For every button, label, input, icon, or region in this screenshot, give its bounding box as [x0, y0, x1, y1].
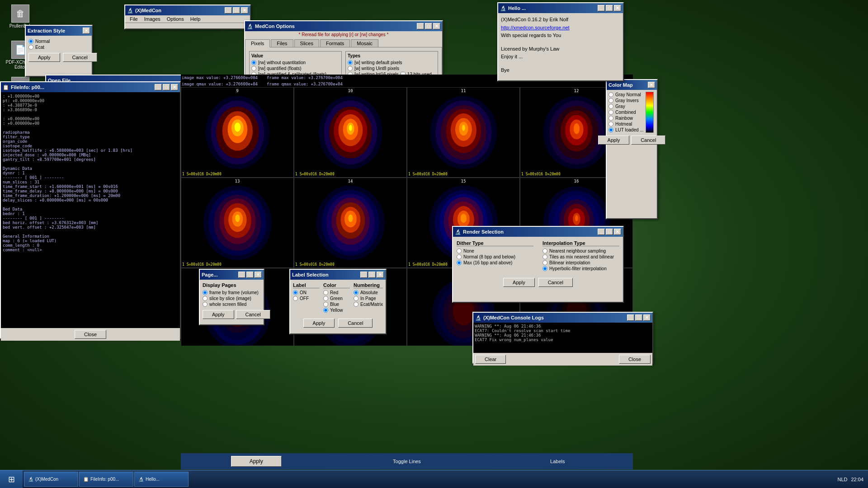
label-off-radio[interactable] — [293, 296, 298, 301]
extraction-cancel-button[interactable]: Cancel — [63, 53, 97, 62]
color-yellow-radio[interactable] — [323, 308, 328, 313]
options-titlebar[interactable]: 🔬 MedCon Options _ □ ✕ — [245, 21, 442, 31]
label-max[interactable]: □ — [368, 272, 376, 278]
color-green-radio[interactable] — [323, 296, 328, 301]
cm-rainbow-radio[interactable] — [609, 116, 613, 121]
extraction-close[interactable]: ✕ — [83, 28, 90, 34]
taskbar-item-1[interactable]: 📋 FileInfo: p00... — [79, 472, 133, 487]
label-cancel-button[interactable]: Cancel — [338, 319, 373, 328]
console-close-button[interactable]: Close — [619, 355, 651, 364]
colormap-apply-button[interactable]: Apply — [598, 136, 630, 145]
page-titlebar[interactable]: Page... _ □ ✕ — [200, 270, 264, 280]
menu-options[interactable]: Options — [164, 16, 187, 22]
cm-lut-radio[interactable] — [609, 127, 613, 132]
color-blue: Blue — [323, 301, 350, 307]
interp-tiles-radio[interactable] — [542, 254, 547, 259]
render-titlebar[interactable]: 🔬 Render Selection _ □ ✕ — [453, 227, 623, 237]
info-min[interactable]: _ — [155, 84, 162, 90]
cm-hotmeal-radio[interactable] — [609, 122, 613, 127]
num-inpage-radio[interactable] — [354, 296, 359, 301]
console-clear-button[interactable]: Clear — [475, 355, 506, 364]
colormap-cancel-button[interactable]: Cancel — [631, 136, 665, 145]
label-apply-button[interactable]: Apply — [303, 319, 335, 328]
types-radio-1[interactable] — [348, 66, 353, 71]
label-titlebar[interactable]: Label Selection _ □ ✕ — [290, 270, 386, 280]
hello-min[interactable]: _ — [598, 5, 605, 11]
render-apply-button[interactable]: Apply — [503, 278, 535, 287]
extraction-normal-radio[interactable] — [28, 39, 33, 44]
cm-gray-normal-radio[interactable] — [609, 92, 613, 97]
value-radio-0[interactable] — [251, 60, 256, 65]
labels-button[interactable]: Labels — [482, 456, 633, 467]
extraction-ecat-radio[interactable] — [28, 45, 33, 50]
page-apply-button[interactable]: Apply — [203, 310, 234, 319]
info-max[interactable]: □ — [163, 84, 170, 90]
page-slice-radio[interactable] — [203, 296, 208, 301]
close-button[interactable]: ✕ — [241, 7, 248, 14]
colormap-close[interactable]: ✕ — [648, 82, 655, 88]
page-whole-radio[interactable] — [203, 302, 208, 307]
page-close[interactable]: ✕ — [255, 272, 262, 278]
bottom-apply-button[interactable]: Apply — [231, 456, 282, 467]
console-close-btn[interactable]: ✕ — [643, 314, 651, 321]
info-titlebar[interactable]: 📋 FileInfo: p00... _ □ ✕ — [1, 82, 180, 92]
menu-images[interactable]: Images — [142, 16, 163, 22]
render-max[interactable]: □ — [606, 229, 613, 235]
tab-pixels[interactable]: Pixels — [245, 39, 270, 47]
interp-hyperbolic-radio[interactable] — [542, 266, 547, 271]
page-max[interactable]: □ — [246, 272, 254, 278]
tab-mosaic[interactable]: Mosaic — [351, 39, 378, 47]
page-cancel-button[interactable]: Cancel — [236, 310, 270, 319]
tab-slices[interactable]: Slices — [294, 39, 319, 47]
start-button[interactable]: ⊞ — [0, 470, 23, 488]
hello-close[interactable]: ✕ — [614, 5, 621, 11]
tab-formats[interactable]: Formats — [320, 39, 350, 47]
console-max[interactable]: □ — [635, 314, 642, 321]
colormap-titlebar[interactable]: Color Map ✕ — [607, 80, 657, 90]
console-titlebar[interactable]: 🔬 (X)MedCon Console Logs _ □ ✕ — [473, 313, 652, 323]
color-blue-radio[interactable] — [323, 302, 328, 307]
render-min[interactable]: _ — [598, 229, 605, 235]
console-min[interactable]: _ — [627, 314, 634, 321]
render-close[interactable]: ✕ — [614, 229, 621, 235]
tab-files[interactable]: Files — [271, 39, 293, 47]
info-close-btn[interactable]: ✕ — [171, 84, 178, 90]
types-radio-0[interactable] — [348, 60, 353, 65]
label-close[interactable]: ✕ — [377, 272, 384, 278]
interp-nearest-radio[interactable] — [542, 249, 547, 253]
options-min[interactable]: _ — [417, 23, 424, 29]
render-cancel-button[interactable]: Cancel — [538, 278, 573, 287]
cm-gray-invers-radio[interactable] — [609, 98, 613, 103]
minimize-button[interactable]: _ — [225, 7, 232, 14]
num-ecat-radio[interactable] — [354, 302, 359, 307]
hello-max[interactable]: □ — [606, 5, 613, 11]
dither-none-radio[interactable] — [457, 249, 462, 253]
options-max[interactable]: □ — [425, 23, 432, 29]
dither-max-radio[interactable] — [457, 260, 462, 265]
extraction-ecat-row: Ecat — [28, 44, 89, 50]
menu-file[interactable]: File — [127, 16, 141, 22]
xmedcon-titlebar[interactable]: 🔬 (X)MedCon _ □ ✕ — [125, 5, 250, 15]
page-frame-radio[interactable] — [203, 290, 208, 295]
value-radio-1[interactable] — [251, 66, 256, 71]
hello-titlebar[interactable]: 🔬 Hello ... _ □ ✕ — [498, 3, 623, 13]
hello-link[interactable]: http://xmedcon.sourceforge.net — [501, 25, 570, 30]
label-min[interactable]: _ — [360, 272, 368, 278]
maximize-button[interactable]: □ — [233, 7, 240, 14]
options-close[interactable]: ✕ — [433, 23, 440, 29]
taskbar-item-0[interactable]: 🔬 (X)MedCon — [24, 472, 78, 487]
label-on-radio[interactable] — [293, 290, 298, 295]
cm-combined-radio[interactable] — [609, 110, 613, 115]
extraction-titlebar[interactable]: Extraction Style ✕ — [26, 26, 92, 36]
taskbar-item-2[interactable]: 🔬 Hello... — [134, 472, 189, 487]
page-min[interactable]: _ — [238, 272, 245, 278]
num-absolute-radio[interactable] — [354, 290, 359, 295]
color-red-radio[interactable] — [323, 290, 328, 295]
interp-bilinear-radio[interactable] — [542, 260, 547, 265]
extraction-apply-button[interactable]: Apply — [28, 53, 60, 62]
info-close-button[interactable]: Close — [75, 330, 106, 339]
menu-help[interactable]: Help — [188, 16, 203, 22]
cm-gray-radio[interactable] — [609, 104, 613, 109]
dither-normal-radio[interactable] — [457, 254, 462, 259]
toggle-lines-button[interactable]: Toggle Lines — [331, 456, 482, 467]
